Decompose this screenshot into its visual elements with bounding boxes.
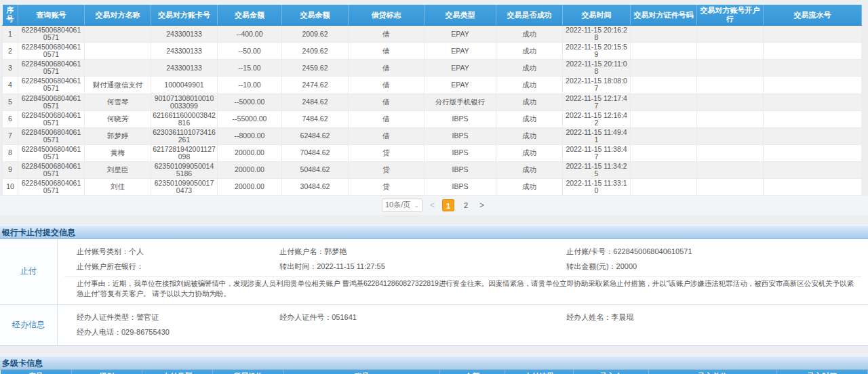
table-cell [697,178,764,195]
table-cell [631,94,697,110]
stop-payment-side-label: 止付 [0,239,58,304]
pagination-bar: 10条/页 ⌄ < 1 2 > [0,196,868,215]
table-cell [631,127,697,144]
table-cell: 借 [349,110,425,127]
table-cell: 借 [349,94,425,110]
page-size-select[interactable]: 10条/页 ⌄ [382,199,422,212]
column-header-entry-unit: 录入单位 [648,370,776,374]
next-page-button[interactable]: > [477,201,486,210]
table-cell: 6228450068040610571 [18,127,85,144]
table-cell [631,110,697,127]
table-cell: 成功 [496,127,563,144]
table-cell [764,94,862,110]
table-cell: 6228450068040610571 [18,178,85,195]
table-cell: 62484.62 [282,127,349,144]
table-cell [631,77,697,94]
table-cell: --8000.00 [218,127,282,144]
table-cell: 成功 [496,43,563,60]
table-cell: 何晓芳 [85,110,151,127]
table-cell: 6228450068040610571 [18,94,85,110]
table-cell: 70484.62 [282,144,349,161]
table-cell: 30484.62 [282,178,349,195]
table-cell: 借 [349,127,425,144]
table-cell: 2022-11-15 20:16:28 [563,26,631,43]
table-cell [764,110,862,127]
table-cell: 成功 [496,94,563,110]
field-officer-id-type: 经办人证件类型：警官证 [64,312,279,323]
table-row: 46228450068040610571财付通微信支付1000049901--1… [3,77,862,94]
page-number-1[interactable]: 1 [442,199,454,211]
table-cell: 成功 [496,144,563,161]
field-line: 经办人电话：029-86755430 [64,327,861,337]
table-cell: 2484.62 [282,94,349,110]
table-cell: 2022-11-15 11:33:10 [563,178,631,195]
table-row: 56228450068040610571何雪琴90107130801001000… [3,94,862,110]
table-cell [631,178,697,195]
table-cell [697,144,764,161]
column-header-txn-type: 交易类型 [425,5,496,26]
column-header-debit-credit-flag: 借贷标志 [349,5,425,26]
table-cell [631,60,697,77]
spacer [0,346,868,356]
table-cell: 分行版手机银行 [425,94,496,110]
table-cell [697,161,764,178]
table-cell: 6228450068040610571 [18,43,85,60]
table-row: 96228450068040610571刘星臣62350109905001451… [3,161,862,178]
field-account-bank: 止付账户所在银行： [64,262,279,272]
table-cell: 243300133 [151,26,218,43]
spacer [0,215,868,225]
table-cell [697,60,764,77]
chevron-down-icon: ⌄ [414,202,419,209]
table-row: 66228450068040610571何晓芳62166116000038428… [3,110,862,127]
table-cell: 20000.00 [218,178,282,195]
table-cell: 郭梦婷 [85,127,151,144]
table-cell: 何雪琴 [85,94,151,110]
officer-side-label: 经办信息 [0,305,58,345]
table-cell: 成功 [496,60,563,77]
table-cell: --15.00 [218,60,282,77]
stop-payment-section-title: 银行卡止付提交信息 [0,225,868,239]
table-cell: 2459.62 [282,60,349,77]
table-cell [764,178,862,195]
prev-page-button[interactable]: < [428,201,437,210]
table-cell: EPAY [425,77,496,94]
table-cell: 5 [3,94,18,110]
table-cell: 2022-11-15 20:15:59 [563,43,631,60]
table-cell: --55000.00 [218,110,282,127]
table-cell: 贷 [349,178,425,195]
table-row: 76228450068040610571郭梦婷62303611010734162… [3,127,862,144]
column-header-query-account: 查询账号 [18,5,85,26]
table-row: 86228450068040610571黄梅621728194200112709… [3,144,862,161]
table-cell: 20000.00 [218,144,282,161]
multi-card-section-title: 多级卡信息 [0,356,868,370]
table-cell [85,26,151,43]
transactions-table-body: 16228450068040610571243300133--400.00200… [3,26,862,195]
table-cell: 2022-11-15 12:16:42 [563,110,631,127]
table-cell: 6216611600003842816 [151,110,218,127]
table-cell: 9010713080100100033099 [151,94,218,110]
table-cell: EPAY [425,60,496,77]
table-cell: 2409.62 [282,43,349,60]
table-cell [764,43,862,60]
column-header-txn-time: 交易时间 [563,5,631,26]
table-cell: --10.00 [218,77,282,94]
table-cell: 成功 [496,77,563,94]
table-cell [697,77,764,94]
table-cell: 2 [3,43,18,60]
stop-payment-panel: 止付 止付账号类别：个人 止付账户名：郭梦艳 止付账/卡号：6228450068… [0,239,868,346]
table-cell: 7484.62 [282,110,349,127]
table-cell [631,26,697,43]
table-cell: 1 [3,26,18,43]
page-number-2[interactable]: 2 [460,199,472,211]
table-cell: 50484.62 [282,161,349,178]
stop-payment-group: 止付 止付账号类别：个人 止付账户名：郭梦艳 止付账/卡号：6228450068… [0,239,868,305]
table-cell [697,127,764,144]
table-cell: 财付通微信支付 [85,77,151,94]
column-header-txn-serial: 交易流水号 [764,5,862,26]
table-cell: 1000049901 [151,77,218,94]
table-cell: 借 [349,26,425,43]
table-cell: IBPS [425,110,496,127]
field-officer-phone: 经办人电话：029-86755430 [64,327,279,337]
table-cell: 黄梅 [85,144,151,161]
table-cell: 20000.00 [218,161,282,178]
